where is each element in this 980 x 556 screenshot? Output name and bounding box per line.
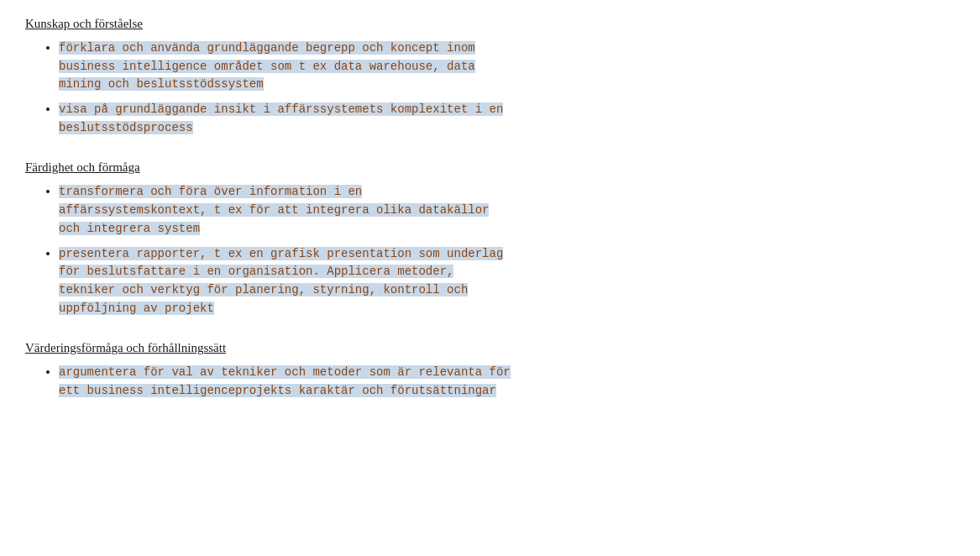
item-text: argumentera för val av tekniker och meto… — [59, 365, 511, 397]
heading-skill: Färdighet och förmåga — [25, 160, 955, 175]
section-knowledge: Kunskap och förståelse förklara och anvä… — [25, 17, 955, 137]
list-item: transformera och föra över information i… — [59, 183, 955, 238]
item-text: transformera och föra över information i… — [59, 185, 489, 234]
list-valuation: argumentera för val av tekniker och meto… — [25, 364, 955, 400]
list-item: argumentera för val av tekniker och meto… — [59, 364, 955, 400]
heading-knowledge: Kunskap och förståelse — [25, 17, 955, 31]
item-text: förklara och använda grundläggande begre… — [59, 41, 475, 91]
heading-valuation: Värderingsförmåga och förhållningssätt — [25, 341, 955, 355]
list-item: presentera rapporter, t ex en grafisk pr… — [59, 245, 955, 318]
item-text: visa på grundläggande insikt i affärssys… — [59, 102, 503, 134]
list-item: visa på grundläggande insikt i affärssys… — [59, 101, 955, 137]
section-valuation: Värderingsförmåga och förhållningssätt a… — [25, 341, 955, 400]
list-knowledge: förklara och använda grundläggande begre… — [25, 39, 955, 137]
list-item: förklara och använda grundläggande begre… — [59, 39, 955, 94]
list-skill: transformera och föra över information i… — [25, 183, 955, 317]
item-text: presentera rapporter, t ex en grafisk pr… — [59, 247, 503, 315]
section-skill: Färdighet och förmåga transformera och f… — [25, 160, 955, 317]
